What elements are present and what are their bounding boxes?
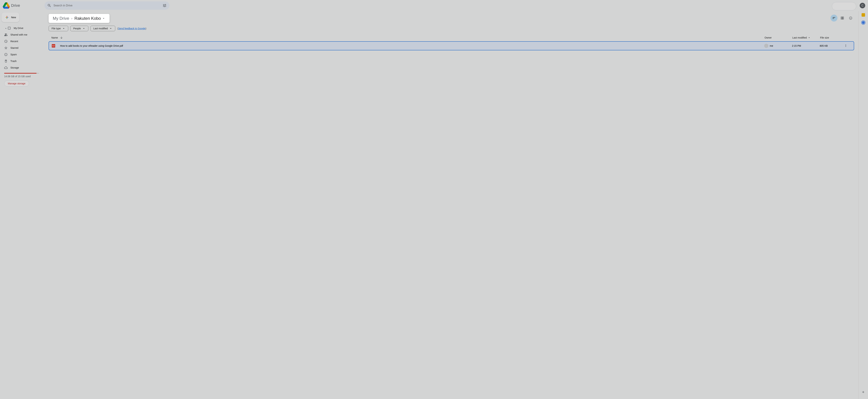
feedback-link[interactable]: Send feedback to Google	[118, 27, 146, 30]
modified-date: 2:15 PM	[792, 44, 820, 47]
search-icon	[47, 3, 51, 8]
chevron-down-icon	[82, 27, 85, 30]
keep-icon[interactable]	[862, 13, 865, 17]
search-input[interactable]	[54, 4, 160, 7]
user-avatar[interactable]: C	[860, 3, 865, 8]
sidebar-item-recent[interactable]: Recent	[1, 38, 42, 44]
storage-text: 14.08 GB of 15 GB used	[4, 75, 39, 78]
nav-label: Spam	[10, 53, 17, 56]
manage-storage-button[interactable]: Manage storage	[4, 81, 29, 86]
side-panel: +	[858, 11, 868, 399]
nav-label: Recent	[10, 40, 18, 43]
nav-label: My Drive	[14, 27, 23, 30]
sidebar-item-my-drive[interactable]: ▸ My Drive	[1, 25, 42, 31]
app-name: Drive	[11, 3, 20, 8]
sidebar-item-starred[interactable]: Starred	[1, 45, 42, 51]
sort-down-icon[interactable]	[60, 36, 63, 39]
filter-file-type[interactable]: File type	[49, 26, 68, 31]
chevron-right-icon: ›	[71, 17, 72, 20]
chevron-down-icon	[109, 27, 112, 30]
search-bar[interactable]	[44, 1, 169, 10]
logo-area[interactable]: Drive	[3, 2, 44, 9]
storage-bar	[4, 73, 39, 73]
drive-logo-icon	[3, 2, 10, 9]
header: Drive C	[0, 0, 868, 11]
file-size: 805 KB	[820, 44, 844, 47]
sidebar-item-shared[interactable]: Shared with me	[1, 32, 42, 38]
nav-label: Storage	[10, 66, 19, 69]
sidebar-item-storage[interactable]: Storage	[1, 65, 42, 71]
new-label: New	[11, 16, 16, 19]
nav-label: Starred	[10, 47, 19, 49]
chevron-down-icon	[808, 36, 810, 39]
table-header: Name Owner Last modified File size	[49, 34, 854, 41]
owner-name: me	[770, 44, 773, 47]
breadcrumb-parent[interactable]: My Drive	[53, 16, 69, 21]
search-options-icon[interactable]	[162, 3, 167, 8]
table-row[interactable]: PDF How to add books to your eReader usi…	[49, 41, 854, 50]
sidebar-item-trash[interactable]: Trash	[1, 58, 42, 64]
column-name[interactable]: Name	[51, 36, 58, 39]
expand-icon[interactable]: ▸	[5, 27, 6, 29]
breadcrumb-current[interactable]: Rakuten Kobo	[74, 16, 105, 21]
nav-label: Trash	[10, 60, 17, 62]
column-owner[interactable]: Owner	[765, 36, 792, 39]
blank-box	[832, 2, 856, 10]
sidebar: New ▸ My Drive Shared with me Recent Sta…	[0, 11, 44, 399]
owner-avatar-icon	[764, 44, 768, 48]
chevron-down-icon	[102, 17, 105, 20]
filter-modified[interactable]: Last modified	[90, 26, 115, 31]
contacts-icon[interactable]	[862, 21, 865, 24]
breadcrumb: My Drive › Rakuten Kobo	[49, 14, 110, 23]
file-name: How to add books to your eReader using G…	[60, 44, 123, 47]
filter-people[interactable]: People	[70, 26, 88, 31]
content: My Drive › Rakuten Kobo File typ	[44, 11, 858, 399]
more-icon[interactable]	[844, 44, 847, 48]
sidebar-item-spam[interactable]: Spam	[1, 51, 42, 58]
column-modified[interactable]: Last modified	[792, 36, 820, 39]
add-panel-button[interactable]: +	[860, 389, 867, 396]
nav-label: Shared with me	[10, 33, 27, 36]
feedback-text: (Send feedback to Google)	[117, 27, 146, 30]
pdf-icon: PDF	[52, 44, 55, 48]
column-size[interactable]: File size	[820, 36, 844, 39]
new-button[interactable]: New	[1, 12, 20, 22]
chevron-down-icon	[62, 27, 65, 30]
